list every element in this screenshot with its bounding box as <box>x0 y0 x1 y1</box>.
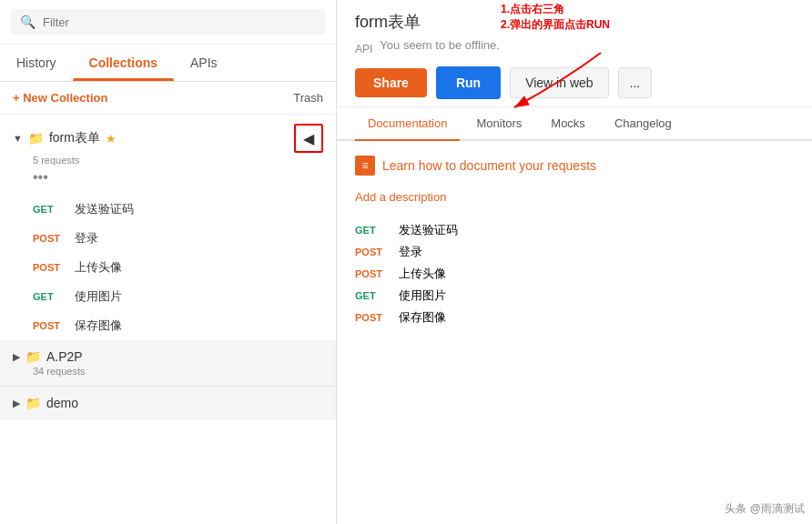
share-button[interactable]: Share <box>355 68 427 97</box>
collection-title-row: form表单 1.点击右三角 2.弹出的界面点击RUN <box>355 11 794 33</box>
run-button[interactable]: Run <box>436 66 501 99</box>
folder-icon-demo: 📁 <box>25 396 41 410</box>
offline-row: API You seem to be offline. <box>355 38 794 59</box>
method-post: POST <box>33 262 66 273</box>
collection-ap2p-count: 34 requests <box>33 366 323 377</box>
add-description[interactable]: Add a description <box>355 190 794 204</box>
request-name: 上传头像 <box>75 259 122 276</box>
tab-history[interactable]: History <box>0 45 73 81</box>
req-name: 上传头像 <box>399 266 446 282</box>
api-label: API <box>355 43 372 55</box>
req-row: POST 登录 <box>355 244 794 260</box>
method-badge-post: POST <box>355 268 388 279</box>
request-item[interactable]: GET 使用图片 <box>0 282 336 311</box>
collection-form-name[interactable]: form表单 <box>49 130 100 146</box>
trash-button[interactable]: Trash <box>293 91 323 105</box>
tab-documentation[interactable]: Documentation <box>355 107 460 139</box>
search-bar: 🔍 <box>0 0 336 45</box>
request-name: 保存图像 <box>75 317 122 334</box>
collection-ap2p: ▶ 📁 A.P2P 34 requests <box>0 340 336 386</box>
request-name: 发送验证码 <box>75 201 134 217</box>
req-row: POST 保存图像 <box>355 309 794 326</box>
collection-form-title: form表单 ★ <box>49 130 289 146</box>
request-name: 登录 <box>75 230 98 247</box>
search-icon: 🔍 <box>20 15 36 29</box>
expand-icon-demo[interactable]: ▶ <box>13 398 20 409</box>
tab-collections[interactable]: Collections <box>73 45 174 81</box>
request-item[interactable]: POST 登录 <box>0 224 336 253</box>
collection-demo: ▶ 📁 demo <box>0 386 336 419</box>
req-name: 登录 <box>399 244 422 260</box>
req-name: 使用图片 <box>399 287 446 304</box>
request-item[interactable]: POST 保存图像 <box>0 311 336 340</box>
tab-mocks[interactable]: Mocks <box>538 107 598 139</box>
main-collection-name: form表单 <box>355 11 421 33</box>
new-collection-button[interactable]: + New Collection <box>13 91 107 105</box>
main-header-area: form表单 1.点击右三角 2.弹出的界面点击RUN API You seem… <box>337 0 812 107</box>
method-post: POST <box>33 320 66 331</box>
request-item[interactable]: GET 发送验证码 <box>0 195 336 224</box>
action-buttons: Share Run View in web ... <box>355 66 794 99</box>
triangle-button[interactable]: ◀ <box>294 124 323 153</box>
panel-tabs: Documentation Monitors Mocks Changelog <box>337 107 812 141</box>
star-icon[interactable]: ★ <box>106 132 117 146</box>
sidebar-actions: + New Collection Trash <box>0 82 336 115</box>
sidebar-tabs: History Collections APIs <box>0 45 336 82</box>
request-list: GET 发送验证码 POST 登录 POST 上传头像 GET 使用图片 POS… <box>355 222 794 326</box>
method-badge-get: GET <box>355 225 388 236</box>
collection-ap2p-header: ▶ 📁 A.P2P <box>13 349 323 364</box>
req-row: POST 上传头像 <box>355 266 794 282</box>
sidebar-list: ▼ 📁 form表单 ★ ◀ 5 requests ••• GET 发送验证码 … <box>0 115 336 524</box>
req-row: GET 发送验证码 <box>355 222 794 238</box>
folder-icon: 📁 <box>28 131 44 146</box>
annotation-box: 1.点击右三角 2.弹出的界面点击RUN <box>501 2 610 33</box>
method-badge-post: POST <box>355 247 388 257</box>
method-badge-get: GET <box>355 290 388 301</box>
learn-icon: ≡ <box>355 156 375 176</box>
collection-demo-header: ▶ 📁 demo <box>13 396 323 410</box>
tab-changelog[interactable]: Changelog <box>602 107 685 139</box>
view-in-web-button[interactable]: View in web <box>510 67 608 98</box>
collection-form: ▼ 📁 form表单 ★ ◀ 5 requests ••• <box>0 115 336 195</box>
expand-icon-ap2p[interactable]: ▶ <box>13 351 20 363</box>
tab-monitors[interactable]: Monitors <box>463 107 534 139</box>
annotation-line1: 1.点击右三角 <box>501 2 610 17</box>
collection-form-header: ▼ 📁 form表单 ★ ◀ <box>13 124 323 153</box>
method-badge-post: POST <box>355 312 388 323</box>
collection-form-count: 5 requests <box>33 155 323 166</box>
more-button[interactable]: ... <box>618 67 653 98</box>
collection-demo-name[interactable]: demo <box>46 396 78 410</box>
collection-ap2p-title: A.P2P <box>46 349 323 364</box>
search-input[interactable] <box>43 15 316 29</box>
collection-ap2p-name[interactable]: A.P2P <box>46 349 83 364</box>
offline-notice: You seem to be offline. <box>380 38 500 52</box>
folder-icon-ap2p: 📁 <box>25 349 41 364</box>
method-post: POST <box>33 233 66 244</box>
tab-apis[interactable]: APIs <box>174 45 234 81</box>
method-get: GET <box>33 204 66 215</box>
req-name: 保存图像 <box>399 309 446 326</box>
learn-link[interactable]: ≡ Learn how to document your requests <box>355 156 794 176</box>
collection-form-more[interactable]: ••• <box>33 169 323 186</box>
method-get: GET <box>33 291 66 302</box>
learn-link-text: Learn how to document your requests <box>382 158 596 173</box>
req-row: GET 使用图片 <box>355 287 794 304</box>
request-item[interactable]: POST 上传头像 <box>0 253 336 282</box>
annotation-line2: 2.弹出的界面点击RUN <box>501 17 610 33</box>
req-name: 发送验证码 <box>399 222 458 238</box>
search-input-wrap: 🔍 <box>11 9 325 35</box>
main-panel: form表单 1.点击右三角 2.弹出的界面点击RUN API You seem… <box>337 0 812 524</box>
request-name: 使用图片 <box>75 288 122 305</box>
sidebar: 🔍 History Collections APIs + New Collect… <box>0 0 337 524</box>
main-header: form表单 1.点击右三角 2.弹出的界面点击RUN API You seem… <box>337 0 812 107</box>
expand-icon[interactable]: ▼ <box>13 133 23 144</box>
panel-content: ≡ Learn how to document your requests Ad… <box>337 141 812 524</box>
